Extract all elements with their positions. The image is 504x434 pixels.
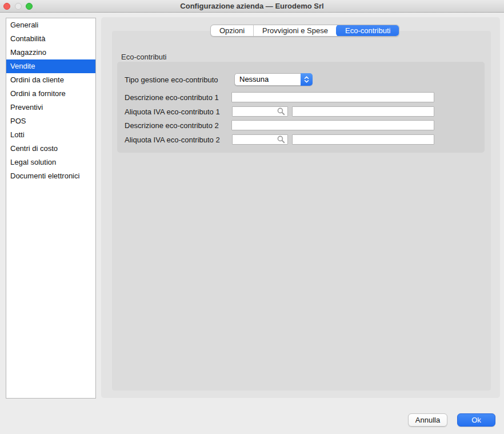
aliquota-2-lookup-field bbox=[232, 134, 288, 145]
ok-button[interactable]: Ok bbox=[457, 413, 495, 427]
sidebar-item-ordini-da-cliente[interactable]: Ordini da cliente bbox=[6, 73, 95, 87]
sidebar-item-lotti[interactable]: Lotti bbox=[6, 128, 95, 142]
descrizione-1-label: Descrizione eco-contributo 1 bbox=[125, 93, 219, 102]
sidebar-item-preventivi[interactable]: Preventivi bbox=[6, 101, 95, 114]
aliquota-1-label: Aliquota IVA eco-contributo 1 bbox=[125, 107, 220, 116]
tipo-gestione-label: Tipo gestione eco-contributo bbox=[125, 75, 218, 84]
search-icon[interactable] bbox=[277, 136, 285, 144]
dropdown-selected-value: Nessuna bbox=[235, 74, 301, 85]
window-title: Configurazione azienda — Eurodemo Srl bbox=[0, 0, 504, 13]
sidebar-item-ordini-a-fornitore[interactable]: Ordini a fornitore bbox=[6, 87, 95, 101]
sidebar-item-pos[interactable]: POS bbox=[6, 114, 95, 128]
tab-opzioni[interactable]: Opzioni bbox=[211, 25, 253, 36]
aliquota-1-description-input[interactable] bbox=[292, 106, 434, 117]
sidebar-item-vendite[interactable]: Vendite bbox=[6, 59, 95, 73]
sidebar-item-documenti-elettronici[interactable]: Documenti elettronici bbox=[6, 169, 95, 183]
descrizione-2-label: Descrizione eco-contributo 2 bbox=[125, 121, 219, 130]
sidebar-item-generali[interactable]: Generali bbox=[6, 18, 95, 32]
sidebar-list: GeneraliContabilitàMagazzinoVenditeOrdin… bbox=[6, 18, 95, 183]
chevron-up-down-icon bbox=[301, 73, 313, 86]
search-icon[interactable] bbox=[277, 107, 285, 116]
sidebar-item-centri-di-costo[interactable]: Centri di costo bbox=[6, 142, 95, 156]
sidebar-item-contabilit[interactable]: Contabilità bbox=[6, 32, 95, 46]
configurazione-azienda-window: Configurazione azienda — Eurodemo Srl Ge… bbox=[0, 0, 504, 434]
descrizione-2-input[interactable] bbox=[231, 120, 434, 130]
tab-eco-contributi[interactable]: Eco-contributi bbox=[336, 25, 399, 37]
descrizione-1-input[interactable] bbox=[231, 92, 434, 102]
aliquota-2-description-input[interactable] bbox=[292, 134, 434, 145]
aliquota-1-lookup-field bbox=[232, 106, 288, 117]
titlebar: Configurazione azienda — Eurodemo Srl bbox=[0, 0, 504, 13]
sidebar-item-magazzino[interactable]: Magazzino bbox=[6, 46, 95, 59]
tab-bar: OpzioniProvvigioni e SpeseEco-contributi bbox=[210, 25, 399, 37]
tab-provvigioni-e-spese[interactable]: Provvigioni e Spese bbox=[253, 25, 337, 36]
cancel-button[interactable]: Annulla bbox=[408, 413, 447, 427]
tipo-gestione-dropdown[interactable]: Nessuna bbox=[234, 73, 313, 86]
group-title: Eco-contributi bbox=[121, 53, 166, 61]
sidebar-item-legal-solution[interactable]: Legal solution bbox=[6, 156, 95, 169]
aliquota-2-label: Aliquota IVA eco-contributo 2 bbox=[125, 136, 220, 144]
sidebar: GeneraliContabilitàMagazzinoVenditeOrdin… bbox=[6, 18, 96, 399]
